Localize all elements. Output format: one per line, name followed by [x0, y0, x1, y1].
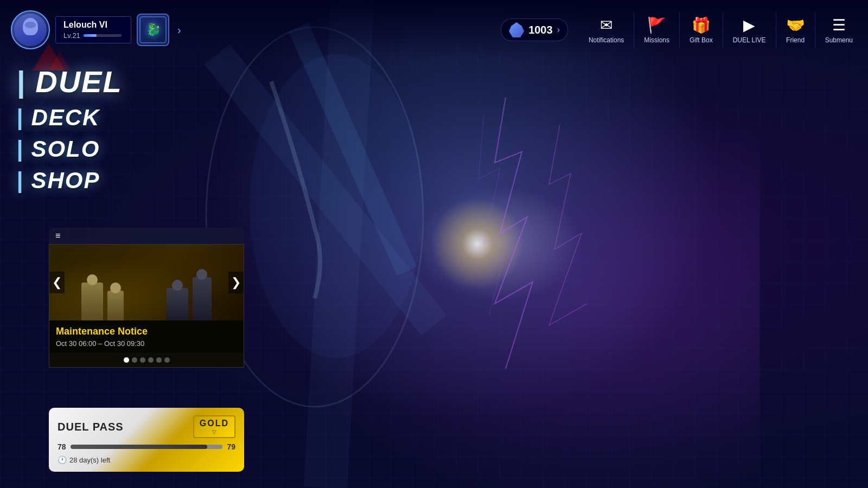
dot-2	[132, 357, 137, 363]
friend-label: Friend	[786, 36, 805, 44]
menu-item-shop[interactable]: SHOP	[16, 168, 123, 193]
pass-bar-container	[71, 445, 223, 449]
duellive-label: DUEL LIVE	[733, 36, 766, 44]
avatar[interactable]	[11, 10, 50, 49]
level-bar-container	[84, 34, 122, 37]
notice-text-area: Maintenance Notice Oct 30 06:00 – Oct 30…	[49, 320, 244, 353]
player-name-block: Lelouch VI Lv.21	[55, 16, 131, 43]
duel-figures	[49, 255, 244, 320]
pass-level-next: 79	[227, 442, 235, 451]
nav-item-friend[interactable]: 🤝 Friend	[776, 12, 815, 48]
player-name: Lelouch VI	[63, 20, 123, 30]
duellive-icon: ▶	[743, 16, 755, 34]
level-label: Lv.21	[63, 31, 80, 40]
level-bar-fill	[84, 34, 97, 37]
notice-title: Maintenance Notice	[56, 326, 237, 337]
pass-time: 🕐 28 day(s) left	[58, 455, 235, 464]
notice-dots	[49, 353, 244, 367]
notice-date: Oct 30 06:00 – Oct 30 09:30	[56, 339, 237, 348]
figure-3	[167, 288, 188, 320]
menu-item-solo[interactable]: SOLO	[16, 137, 123, 162]
notice-list-icon: ≡	[55, 231, 60, 241]
dot-1	[124, 357, 129, 363]
deck-dragon-icon: 🐉	[146, 23, 161, 37]
figure-2	[107, 291, 124, 320]
player-level: Lv.21	[63, 31, 123, 40]
pass-bar-fill	[71, 445, 208, 449]
avatar-face	[14, 14, 47, 46]
dot-3	[140, 357, 145, 363]
pass-time-label: 28 day(s) left	[69, 456, 110, 464]
nav-item-giftbox[interactable]: 🎁 Gift Box	[680, 12, 723, 48]
gold-badge-sub: ▽	[212, 429, 216, 435]
notice-body: ❮ ❯ Maintenance Notice Oct 30 06:00 – Oc…	[49, 244, 244, 368]
nav-item-submenu[interactable]: ☰ Submenu	[815, 12, 863, 48]
missions-icon: 🚩	[647, 16, 666, 34]
side-menu: DUEL DECK SOLO SHOP	[0, 65, 123, 200]
duel-pass-title: DUEL PASS	[58, 421, 124, 433]
dot-6	[164, 357, 170, 363]
notice-card: ≡ ❮ ❯ Maintenance Notice Oct 30 06:0	[49, 228, 244, 368]
player-arrow-button[interactable]: ›	[175, 21, 184, 39]
gem-arrow: ›	[557, 25, 560, 35]
top-nav: ✉ Notifications 🚩 Missions 🎁 Gift Box ▶ …	[579, 12, 863, 48]
friend-icon: 🤝	[786, 16, 805, 34]
dot-5	[156, 357, 162, 363]
submenu-label: Submenu	[825, 36, 853, 44]
notice-header: ≡	[49, 228, 244, 244]
dot-4	[148, 357, 154, 363]
giftbox-label: Gift Box	[690, 36, 713, 44]
player-info: Lelouch VI Lv.21 🐉 ›	[11, 10, 184, 49]
notifications-icon: ✉	[600, 16, 612, 34]
duel-pass[interactable]: DUEL PASS GOLD ▽ 78 79 🕐 28 day(s) left	[49, 408, 244, 472]
gold-badge: GOLD ▽	[193, 415, 235, 438]
nav-item-missions[interactable]: 🚩 Missions	[634, 12, 680, 48]
figure-1	[81, 282, 103, 320]
notifications-label: Notifications	[589, 36, 624, 44]
clock-icon: 🕐	[58, 455, 67, 464]
nav-item-duellive[interactable]: ▶ DUEL LIVE	[723, 12, 776, 48]
giftbox-icon: 🎁	[692, 16, 711, 34]
top-bar: Lelouch VI Lv.21 🐉 › 1003 › ✉ Notificati…	[0, 0, 868, 60]
menu-item-deck[interactable]: DECK	[16, 105, 123, 130]
notice-image-area: ❮ ❯	[49, 245, 244, 320]
gold-badge-label: GOLD	[200, 419, 229, 428]
gem-icon	[509, 22, 524, 37]
gem-count: 1003	[528, 24, 553, 36]
notice-prev-button[interactable]: ❮	[49, 272, 65, 293]
pass-level-row: 78 79	[58, 442, 235, 451]
missions-label: Missions	[644, 36, 669, 44]
submenu-icon: ☰	[832, 16, 846, 34]
deck-icon-button[interactable]: 🐉	[137, 14, 169, 46]
currency-block[interactable]: 1003 ›	[501, 18, 568, 41]
duel-pass-header: DUEL PASS GOLD ▽	[58, 415, 235, 438]
menu-item-duel[interactable]: DUEL	[16, 65, 123, 99]
nav-item-notifications[interactable]: ✉ Notifications	[579, 12, 634, 48]
notice-next-button[interactable]: ❯	[228, 272, 244, 293]
pass-level-current: 78	[58, 442, 66, 451]
figure-4	[193, 277, 212, 320]
